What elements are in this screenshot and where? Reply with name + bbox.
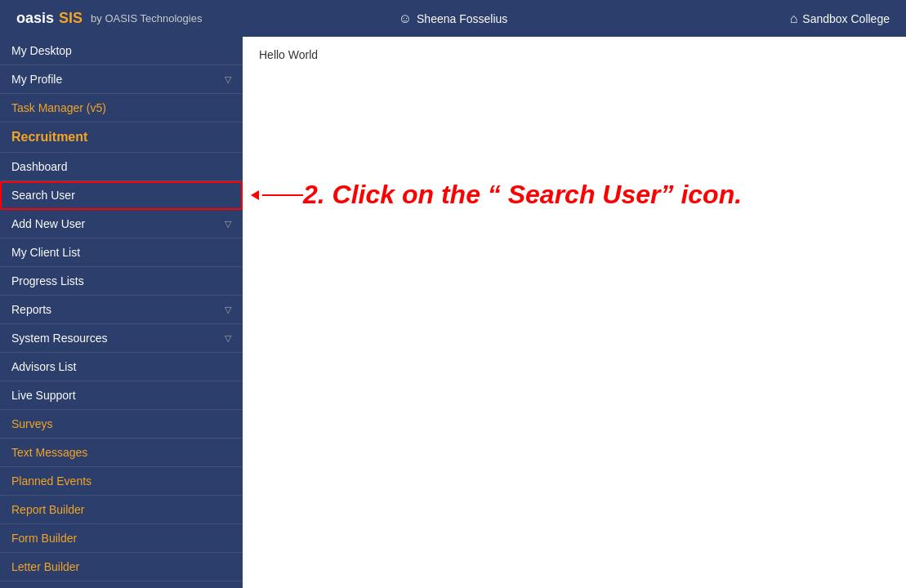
- sidebar-item-progress-lists[interactable]: Progress Lists: [0, 267, 243, 296]
- sidebar-label-progress-lists: Progress Lists: [11, 274, 84, 287]
- sidebar-label-my-client-list: My Client List: [11, 246, 80, 259]
- sidebar-label-text-messages: Text Messages: [11, 446, 87, 459]
- sidebar-item-dashboard[interactable]: Dashboard: [0, 153, 243, 181]
- sidebar-label-letter-builder: Letter Builder: [11, 560, 79, 573]
- sidebar-label-add-new-user: Add New User: [11, 217, 85, 230]
- sidebar-item-search-user[interactable]: Search User: [0, 181, 243, 210]
- sidebar-item-add-new-user[interactable]: Add New User▽: [0, 210, 243, 238]
- sidebar-label-reports: Reports: [11, 303, 51, 316]
- sidebar-label-advisors-list: Advisors List: [11, 360, 76, 373]
- sidebar-item-report-builder[interactable]: Report Builder: [0, 496, 243, 524]
- sidebar-item-text-messages[interactable]: Text Messages: [0, 439, 243, 467]
- sidebar-item-my-desktop[interactable]: My Desktop: [0, 37, 243, 65]
- home-icon: ⌂: [790, 11, 798, 26]
- sidebar-item-my-profile[interactable]: My Profile▽: [0, 65, 243, 94]
- header-college: ⌂ Sandbox College: [599, 11, 890, 26]
- sidebar-label-search-user: Search User: [11, 189, 75, 202]
- sidebar-label-my-desktop: My Desktop: [11, 44, 72, 57]
- app-header: oasisSIS by OASIS Technologies ☺ Sheena …: [0, 0, 906, 37]
- sidebar-item-recruitment[interactable]: Recruitment: [0, 122, 243, 153]
- sidebar-item-planned-events[interactable]: Planned Events: [0, 467, 243, 496]
- user-icon: ☺: [399, 11, 412, 26]
- sidebar-item-custom-contact[interactable]: Custom Contact: [0, 581, 243, 588]
- sidebar-label-form-builder: Form Builder: [11, 532, 77, 545]
- college-name: Sandbox College: [802, 12, 890, 25]
- sidebar-label-live-support: Live Support: [11, 389, 76, 402]
- sidebar-item-surveys[interactable]: Surveys: [0, 410, 243, 439]
- sidebar-item-reports[interactable]: Reports▽: [0, 296, 243, 324]
- sidebar-item-form-builder[interactable]: Form Builder: [0, 524, 243, 553]
- brand-oasis: oasis: [16, 10, 54, 27]
- main-content: Hello World 2. Click on the “ Search Use…: [243, 37, 906, 588]
- annotation-text: 2. Click on the “ Search User” icon.: [303, 180, 742, 210]
- sidebar-item-letter-builder[interactable]: Letter Builder: [0, 553, 243, 581]
- header-user: ☺ Sheena Fosselius: [307, 11, 598, 26]
- sidebar-label-report-builder: Report Builder: [11, 503, 85, 516]
- brand-by: by OASIS Technologies: [91, 12, 202, 24]
- chevron-icon-system-resources: ▽: [225, 333, 231, 344]
- sidebar-item-my-client-list[interactable]: My Client List: [0, 238, 243, 267]
- chevron-icon-reports: ▽: [225, 305, 231, 315]
- sidebar: My DesktopMy Profile▽Task Manager (v5)Re…: [0, 37, 243, 588]
- sidebar-label-system-resources: System Resources: [11, 332, 107, 345]
- sidebar-label-task-manager: Task Manager (v5): [11, 101, 106, 114]
- sidebar-label-planned-events: Planned Events: [11, 474, 91, 488]
- sidebar-item-task-manager[interactable]: Task Manager (v5): [0, 94, 243, 122]
- sidebar-item-live-support[interactable]: Live Support: [0, 381, 243, 410]
- main-layout: My DesktopMy Profile▽Task Manager (v5)Re…: [0, 37, 906, 588]
- sidebar-item-system-resources[interactable]: System Resources▽: [0, 324, 243, 353]
- brand: oasisSIS by OASIS Technologies: [16, 10, 307, 27]
- user-name: Sheena Fosselius: [417, 12, 507, 25]
- hello-world-text: Hello World: [259, 48, 890, 61]
- arrow-head: [251, 190, 259, 200]
- sidebar-label-recruitment: Recruitment: [11, 130, 87, 145]
- annotation-overlay: 2. Click on the “ Search User” icon.: [251, 180, 742, 210]
- sidebar-item-advisors-list[interactable]: Advisors List: [0, 353, 243, 381]
- chevron-icon-my-profile: ▽: [225, 74, 231, 85]
- brand-sis: SIS: [59, 10, 83, 27]
- sidebar-label-surveys: Surveys: [11, 417, 53, 430]
- sidebar-label-dashboard: Dashboard: [11, 160, 68, 173]
- sidebar-label-my-profile: My Profile: [11, 73, 62, 86]
- chevron-icon-add-new-user: ▽: [225, 219, 231, 229]
- arrow-line: [262, 194, 303, 196]
